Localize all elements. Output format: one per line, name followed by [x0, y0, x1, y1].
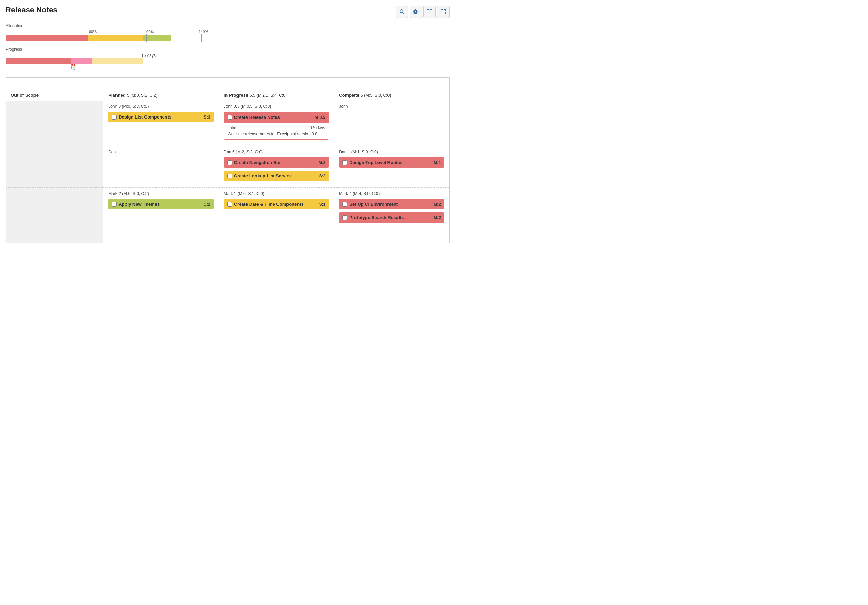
task-badge-design-list: S:3	[204, 115, 210, 119]
table-section-header: Release Notes	[6, 77, 450, 90]
card-header-create-release-notes: Create Release Notes M:0.5	[224, 112, 329, 123]
allocation-label: Allocation	[6, 23, 450, 28]
task-checkbox-prototype-search[interactable]	[342, 215, 347, 220]
task-card-design-routes[interactable]: Design Top Level Routes M:1	[339, 157, 444, 168]
person-header-planned-2: Dan	[108, 150, 214, 154]
column-header-row: Out of Scope Planned 5 (M:0, S:3, C:2) I…	[6, 90, 450, 101]
marker-line-60	[91, 34, 91, 42]
settings-button[interactable]	[409, 6, 422, 18]
card-desc-create-release-notes: Write the release notes for Excelpoint v…	[228, 132, 326, 136]
table-row: John 3 (M:0, S:3, C:0) Design List Compo…	[6, 101, 450, 146]
task-label-prototype-search: Prototype Search Results	[349, 215, 404, 220]
card-person-create-release-notes: John	[228, 125, 237, 130]
task-card-create-release-notes[interactable]: Create Release Notes M:0.5 John 0.5 days…	[224, 111, 329, 139]
out-of-scope-cell-1	[6, 101, 104, 146]
marker-60: 60%	[89, 29, 96, 34]
task-label-design-routes: Design Top Level Routes	[349, 160, 402, 165]
table-row: Dan Dan 5 (M:2, S:3, C:0) Create Navigat…	[6, 146, 450, 188]
in-progress-cell-1: John 0.5 (M:0.5, S:0, C:0) Create Releas…	[219, 101, 334, 146]
alloc-bar-red	[6, 35, 88, 41]
marker-line-100	[146, 34, 147, 42]
col-in-progress: In Progress 6.5 (M:2.5, S:4, C:0)	[219, 90, 334, 101]
out-of-scope-cell-2	[6, 146, 104, 188]
release-notes-table: Release Notes Out of Scope Planned 5 (M:…	[6, 77, 450, 243]
planned-cell-3: Mark 2 (M:0, S:0, C:2) Apply New Themes …	[104, 188, 219, 243]
search-button[interactable]	[396, 6, 408, 18]
task-card-design-list[interactable]: Design List Components S:3	[108, 111, 214, 122]
task-label-setup-ci: Set Up CI Environment	[349, 201, 398, 207]
page-title: Release Notes	[6, 6, 57, 14]
in-progress-cell-2: Dan 5 (M:2, S:3, C:0) Create Navigation …	[219, 146, 334, 188]
planned-cell-2: Dan	[104, 146, 219, 188]
task-label-create-datetime: Create Date & Time Components	[234, 201, 304, 207]
progress-bar-lightyellow	[92, 58, 143, 64]
task-checkbox-create-datetime[interactable]	[227, 202, 232, 207]
progress-label: Progress	[6, 47, 450, 52]
card-days-create-release-notes: 0.5 days	[310, 125, 325, 130]
card-body-create-release-notes: John 0.5 days Write the release notes fo…	[224, 123, 329, 139]
task-checkbox-create-release-notes[interactable]	[228, 115, 232, 119]
task-badge-create-datetime: S:1	[319, 202, 326, 207]
collapse-button[interactable]	[437, 6, 450, 18]
person-header-inprogress-2: Dan 5 (M:2, S:3, C:0)	[224, 150, 329, 154]
collapse-icon	[440, 9, 446, 14]
col-complete: Complete 5 (M:5, S:0, C:0)	[334, 90, 450, 101]
col-out-of-scope: Out of Scope	[6, 90, 104, 101]
page-header: Release Notes	[6, 6, 450, 18]
clock-icon: ⏰	[70, 64, 76, 70]
in-progress-cell-3: Mark 1 (M:0, S:1, C:0) Create Date & Tim…	[219, 188, 334, 243]
task-badge-create-release-notes: M:0.5	[315, 115, 326, 120]
settings-icon	[413, 9, 418, 14]
person-header-inprogress-1: John 0.5 (M:0.5, S:0, C:0)	[224, 104, 329, 109]
person-header-complete-2: Dan 1 (M:1, S:0, C:0)	[339, 150, 444, 154]
task-card-prototype-search[interactable]: Prototype Search Results M:2	[339, 212, 444, 223]
task-badge-prototype-search: M:2	[434, 215, 441, 220]
task-card-setup-ci[interactable]: Set Up CI Environment M:2	[339, 199, 444, 209]
task-label-create-nav-bar: Create Navigation Bar	[234, 160, 281, 165]
svg-point-0	[400, 10, 403, 13]
header-toolbar	[396, 6, 450, 18]
complete-cell-1: John	[334, 101, 450, 146]
expand-button[interactable]	[423, 6, 436, 18]
complete-cell-3: Mark 4 (M:4, S:0, C:0) Set Up CI Environ…	[334, 188, 450, 243]
task-label-design-list: Design List Components	[119, 115, 171, 119]
task-label-create-lookup: Create Lookup List Service	[234, 173, 292, 178]
progress-bar-red	[6, 58, 71, 64]
alloc-bar-green	[143, 35, 171, 41]
alloc-bar-yellow	[88, 35, 143, 41]
task-card-create-lookup[interactable]: Create Lookup List Service S:3	[224, 170, 329, 181]
person-header-planned-1: John 3 (M:0, S:3, C:0)	[108, 104, 214, 109]
task-checkbox-design-routes[interactable]	[342, 160, 347, 165]
person-header-inprogress-3: Mark 1 (M:0, S:1, C:0)	[224, 191, 329, 196]
allocation-chart: Allocation 60% 100% 140%	[6, 23, 450, 43]
task-card-apply-themes[interactable]: Apply New Themes C:2	[108, 199, 214, 209]
marker-100: 100%	[144, 29, 154, 34]
task-card-create-datetime[interactable]: Create Date & Time Components S:1	[224, 199, 329, 209]
section-title: Release Notes	[6, 77, 450, 90]
person-header-complete-1: John	[339, 104, 444, 109]
task-label-apply-themes: Apply New Themes	[119, 201, 160, 207]
marker-140: 140%	[198, 29, 208, 34]
person-header-complete-3: Mark 4 (M:4, S:0, C:0)	[339, 191, 444, 196]
task-checkbox-create-nav-bar[interactable]	[227, 160, 232, 165]
days-label: 15 days	[141, 53, 156, 58]
svg-line-1	[403, 12, 404, 14]
task-checkbox-setup-ci[interactable]	[342, 202, 347, 207]
task-label-create-release-notes: Create Release Notes	[234, 115, 280, 120]
out-of-scope-cell-3	[6, 188, 104, 243]
progress-bar-pink	[71, 58, 92, 64]
task-card-create-nav-bar[interactable]: Create Navigation Bar M:2	[224, 157, 329, 168]
task-checkbox-design-list[interactable]	[112, 115, 116, 119]
expand-icon	[427, 9, 432, 14]
table-row: Mark 2 (M:0, S:0, C:2) Apply New Themes …	[6, 188, 450, 243]
charts-area: Allocation 60% 100% 140% Progress	[6, 23, 450, 70]
task-badge-setup-ci: M:2	[434, 202, 441, 207]
task-checkbox-create-lookup[interactable]	[227, 174, 232, 178]
planned-cell-1: John 3 (M:0, S:3, C:0) Design List Compo…	[104, 101, 219, 146]
search-icon	[399, 9, 405, 14]
task-badge-apply-themes: C:2	[203, 202, 210, 207]
task-checkbox-apply-themes[interactable]	[112, 202, 116, 207]
person-header-planned-3: Mark 2 (M:0, S:0, C:2)	[108, 191, 214, 196]
progress-chart: Progress 15 days ⏰	[6, 47, 450, 70]
task-badge-create-nav-bar: M:2	[319, 160, 326, 165]
